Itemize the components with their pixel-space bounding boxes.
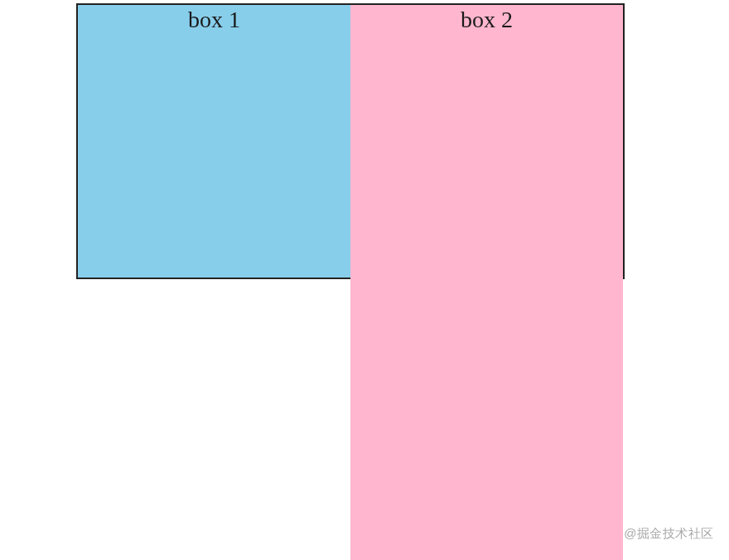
- box-1-label: box 1: [188, 7, 240, 32]
- box-1: box 1: [78, 5, 350, 278]
- box-2: box 2: [350, 5, 623, 560]
- watermark-text: @掘金技术社区: [624, 526, 714, 542]
- box-2-label: box 2: [461, 7, 513, 32]
